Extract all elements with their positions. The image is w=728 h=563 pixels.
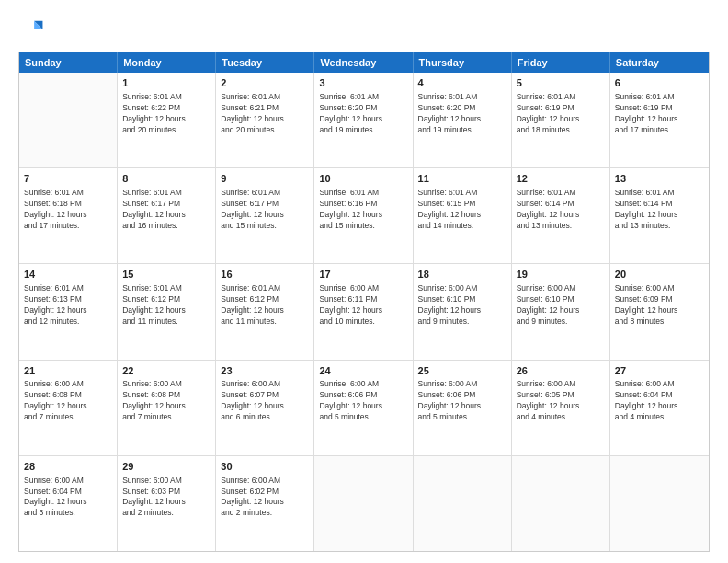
day-number: 9 (221, 172, 309, 186)
calendar-cell: 8Sunrise: 6:01 AM Sunset: 6:17 PM Daylig… (118, 168, 216, 263)
calendar-cell: 1Sunrise: 6:01 AM Sunset: 6:22 PM Daylig… (118, 73, 216, 167)
calendar-row-0: 1Sunrise: 6:01 AM Sunset: 6:22 PM Daylig… (19, 73, 709, 167)
calendar-row-3: 21Sunrise: 6:00 AM Sunset: 6:08 PM Dayli… (19, 360, 709, 455)
calendar: SundayMondayTuesdayWednesdayThursdayFrid… (18, 52, 710, 552)
day-number: 27 (615, 364, 704, 378)
calendar-cell: 19Sunrise: 6:00 AM Sunset: 6:10 PM Dayli… (512, 264, 610, 359)
day-number: 24 (319, 364, 407, 378)
calendar-cell: 24Sunrise: 6:00 AM Sunset: 6:06 PM Dayli… (314, 361, 413, 455)
cell-info: Sunrise: 6:01 AM Sunset: 6:19 PM Dayligh… (615, 92, 704, 136)
day-number: 5 (517, 76, 605, 90)
calendar-cell: 13Sunrise: 6:01 AM Sunset: 6:14 PM Dayli… (610, 168, 709, 263)
day-number: 2 (221, 76, 309, 90)
cell-info: Sunrise: 6:01 AM Sunset: 6:17 PM Dayligh… (122, 188, 210, 232)
day-number: 4 (418, 76, 506, 90)
cell-info: Sunrise: 6:00 AM Sunset: 6:11 PM Dayligh… (319, 283, 407, 327)
day-number: 21 (24, 364, 112, 378)
calendar-cell: 22Sunrise: 6:00 AM Sunset: 6:08 PM Dayli… (118, 361, 216, 455)
day-number: 6 (615, 76, 704, 90)
day-number: 13 (615, 172, 704, 186)
day-number: 7 (24, 172, 112, 186)
calendar-cell: 16Sunrise: 6:01 AM Sunset: 6:12 PM Dayli… (216, 264, 314, 359)
calendar-cell (314, 456, 413, 551)
calendar-cell: 5Sunrise: 6:01 AM Sunset: 6:19 PM Daylig… (512, 73, 610, 167)
calendar-cell: 17Sunrise: 6:00 AM Sunset: 6:11 PM Dayli… (314, 264, 413, 359)
day-number: 20 (615, 268, 704, 282)
calendar-cell: 20Sunrise: 6:00 AM Sunset: 6:09 PM Dayli… (610, 264, 709, 359)
page-header (18, 17, 710, 42)
day-number: 18 (418, 268, 506, 282)
day-number: 11 (418, 172, 506, 186)
cell-info: Sunrise: 6:01 AM Sunset: 6:20 PM Dayligh… (319, 92, 407, 136)
cell-info: Sunrise: 6:01 AM Sunset: 6:18 PM Dayligh… (24, 188, 112, 232)
calendar-cell: 21Sunrise: 6:00 AM Sunset: 6:08 PM Dayli… (19, 361, 118, 455)
cell-info: Sunrise: 6:01 AM Sunset: 6:17 PM Dayligh… (221, 188, 309, 232)
cell-info: Sunrise: 6:01 AM Sunset: 6:20 PM Dayligh… (418, 92, 506, 136)
calendar-row-4: 28Sunrise: 6:00 AM Sunset: 6:04 PM Dayli… (19, 455, 709, 551)
calendar-body: 1Sunrise: 6:01 AM Sunset: 6:22 PM Daylig… (19, 73, 709, 551)
header-cell-friday: Friday (512, 52, 610, 73)
calendar-cell (610, 456, 709, 551)
cell-info: Sunrise: 6:01 AM Sunset: 6:14 PM Dayligh… (517, 188, 605, 232)
calendar-cell: 10Sunrise: 6:01 AM Sunset: 6:16 PM Dayli… (314, 168, 413, 263)
logo-icon (18, 17, 44, 42)
calendar-cell: 12Sunrise: 6:01 AM Sunset: 6:14 PM Dayli… (512, 168, 610, 263)
cell-info: Sunrise: 6:00 AM Sunset: 6:05 PM Dayligh… (517, 379, 605, 423)
cell-info: Sunrise: 6:00 AM Sunset: 6:02 PM Dayligh… (221, 476, 309, 520)
cell-info: Sunrise: 6:01 AM Sunset: 6:14 PM Dayligh… (615, 188, 704, 232)
day-number: 1 (122, 76, 210, 90)
day-number: 16 (221, 268, 309, 282)
cell-info: Sunrise: 6:01 AM Sunset: 6:12 PM Dayligh… (221, 283, 309, 327)
header-cell-wednesday: Wednesday (314, 52, 413, 73)
cell-info: Sunrise: 6:00 AM Sunset: 6:04 PM Dayligh… (615, 379, 704, 423)
cell-info: Sunrise: 6:01 AM Sunset: 6:15 PM Dayligh… (418, 188, 506, 232)
header-cell-tuesday: Tuesday (216, 52, 314, 73)
day-number: 19 (517, 268, 605, 282)
day-number: 22 (122, 364, 210, 378)
day-number: 25 (418, 364, 506, 378)
calendar-cell (19, 73, 118, 167)
calendar-cell: 29Sunrise: 6:00 AM Sunset: 6:03 PM Dayli… (118, 456, 216, 551)
calendar-cell: 7Sunrise: 6:01 AM Sunset: 6:18 PM Daylig… (19, 168, 118, 263)
day-number: 3 (319, 76, 407, 90)
cell-info: Sunrise: 6:00 AM Sunset: 6:06 PM Dayligh… (418, 379, 506, 423)
day-number: 10 (319, 172, 407, 186)
day-number: 8 (122, 172, 210, 186)
cell-info: Sunrise: 6:01 AM Sunset: 6:19 PM Dayligh… (517, 92, 605, 136)
cell-info: Sunrise: 6:01 AM Sunset: 6:21 PM Dayligh… (221, 92, 309, 136)
day-number: 28 (24, 460, 112, 474)
day-number: 29 (122, 460, 210, 474)
day-number: 17 (319, 268, 407, 282)
cell-info: Sunrise: 6:00 AM Sunset: 6:03 PM Dayligh… (122, 476, 210, 520)
day-number: 30 (221, 460, 309, 474)
calendar-cell: 9Sunrise: 6:01 AM Sunset: 6:17 PM Daylig… (216, 168, 314, 263)
day-number: 12 (517, 172, 605, 186)
cell-info: Sunrise: 6:01 AM Sunset: 6:16 PM Dayligh… (319, 188, 407, 232)
header-cell-thursday: Thursday (414, 52, 512, 73)
day-number: 14 (24, 268, 112, 282)
header-cell-monday: Monday (118, 52, 216, 73)
calendar-cell (414, 456, 512, 551)
cell-info: Sunrise: 6:00 AM Sunset: 6:08 PM Dayligh… (24, 379, 112, 423)
cell-info: Sunrise: 6:01 AM Sunset: 6:22 PM Dayligh… (122, 92, 210, 136)
cell-info: Sunrise: 6:00 AM Sunset: 6:10 PM Dayligh… (418, 283, 506, 327)
calendar-cell: 25Sunrise: 6:00 AM Sunset: 6:06 PM Dayli… (414, 361, 512, 455)
calendar-cell: 28Sunrise: 6:00 AM Sunset: 6:04 PM Dayli… (19, 456, 118, 551)
cell-info: Sunrise: 6:01 AM Sunset: 6:13 PM Dayligh… (24, 283, 112, 327)
logo (18, 17, 48, 42)
calendar-cell: 30Sunrise: 6:00 AM Sunset: 6:02 PM Dayli… (216, 456, 314, 551)
calendar-cell: 18Sunrise: 6:00 AM Sunset: 6:10 PM Dayli… (414, 264, 512, 359)
day-number: 15 (122, 268, 210, 282)
calendar-cell: 26Sunrise: 6:00 AM Sunset: 6:05 PM Dayli… (512, 361, 610, 455)
cell-info: Sunrise: 6:00 AM Sunset: 6:10 PM Dayligh… (517, 283, 605, 327)
calendar-cell: 4Sunrise: 6:01 AM Sunset: 6:20 PM Daylig… (414, 73, 512, 167)
calendar-cell: 11Sunrise: 6:01 AM Sunset: 6:15 PM Dayli… (414, 168, 512, 263)
calendar-cell: 23Sunrise: 6:00 AM Sunset: 6:07 PM Dayli… (216, 361, 314, 455)
calendar-cell: 27Sunrise: 6:00 AM Sunset: 6:04 PM Dayli… (610, 361, 709, 455)
calendar-cell: 15Sunrise: 6:01 AM Sunset: 6:12 PM Dayli… (118, 264, 216, 359)
cell-info: Sunrise: 6:00 AM Sunset: 6:04 PM Dayligh… (24, 476, 112, 520)
calendar-row-2: 14Sunrise: 6:01 AM Sunset: 6:13 PM Dayli… (19, 263, 709, 359)
day-number: 23 (221, 364, 309, 378)
cell-info: Sunrise: 6:01 AM Sunset: 6:12 PM Dayligh… (122, 283, 210, 327)
cell-info: Sunrise: 6:00 AM Sunset: 6:06 PM Dayligh… (319, 379, 407, 423)
